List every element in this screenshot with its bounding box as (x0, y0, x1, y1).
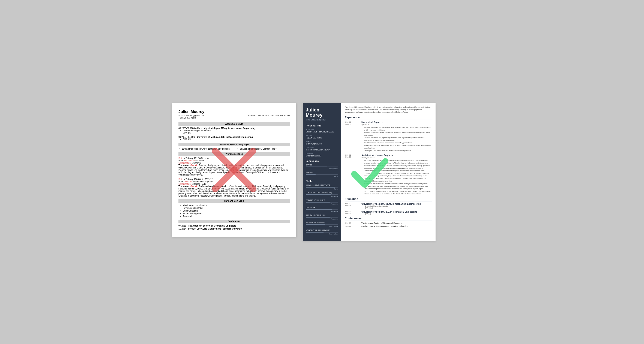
edu-period-1: 09.2006-06.2008 (178, 127, 195, 129)
skills-list-right: Spanish (intermediate), German (basic) (240, 148, 290, 150)
edu-item-2: 09.2002-06.2006 – University of Michigan… (178, 136, 290, 141)
edu-bullet-2-1: GPA 3,5 (183, 138, 290, 141)
skill-cad-bg (306, 194, 338, 195)
hard-skill-4: Project Management (183, 212, 290, 215)
exp-b2-6: Engaged in document research, investigat… (364, 190, 432, 195)
right-name: Julien Mourey (306, 107, 338, 118)
edu-detail-2-1: • GPA 3.5 (364, 213, 432, 215)
left-tel: Tel: 654-258-4689 (178, 117, 205, 119)
phone-label: Phone (306, 135, 338, 137)
work-scope-2: The scope of work: Performed condition e… (178, 185, 290, 197)
lang-spanish-bar-bg (306, 167, 338, 167)
skill-1: 3D cad modeling software, computer-aided… (182, 148, 232, 150)
edu-detail-1-1: • Graduated Magna Cum Laude (364, 205, 432, 207)
edu-bullet-1-2: GPA 3,6 (183, 132, 290, 134)
resume-main-content: Experienced Mechanical Engineer with 5+ … (341, 103, 436, 241)
left-contact-right: Address: 1639 Pearl St Nashville, TN, 37… (248, 114, 290, 119)
skill-3dcad-bg (306, 187, 338, 188)
edu-title-2: 09.2002-06.2006 – University of Michigan… (178, 136, 290, 138)
twitter-label: Twitter (306, 153, 338, 155)
edu-date-2: 2002-09 -2006-06 (345, 211, 360, 215)
academic-section-title: Academic Details (178, 122, 290, 126)
twitter-value: twitter.com/JulienM (306, 155, 338, 157)
email-value: julien.m@gmail.com (306, 143, 338, 145)
exp-b2-5: Analyzed inspection data to identify tre… (364, 185, 432, 190)
exp-company-1: Bystronic (362, 123, 432, 126)
skills-section: 3D cad modeling software, computer-aided… (178, 148, 290, 150)
skill-teamwork-name: TEAMWORK (306, 207, 338, 209)
work-org-1: Organization: Bystronic (178, 162, 290, 164)
email-label: E-mail (306, 141, 338, 143)
skill-mc-level: Intermediate (306, 233, 338, 235)
lang-german-level: Basic (306, 175, 338, 177)
exp-b1-4: Established and reinforced maintenance a… (364, 142, 432, 144)
skill-pm-fill (306, 202, 330, 203)
skill-cad-fill (306, 194, 331, 195)
exp-b1-2: Met with clients to oversee installation… (364, 131, 432, 137)
address-value: 1839 Pearl St, Nashville, TN 37203 (306, 131, 338, 133)
work-item-2: Date of Joining: 2009-01 to 2012-12 Post… (178, 178, 290, 197)
left-name: Julien Mourey (178, 110, 290, 114)
conf-right-body-1: The American Society of Mechanical Engin… (362, 222, 402, 224)
skill-2: Spanish (intermediate), German (basic) (240, 148, 290, 150)
skill-mc-fill (306, 232, 324, 233)
skill-re-name: REVERSE ENGINEERING (306, 222, 338, 224)
skill-pm-level: Advanced (306, 203, 338, 205)
skill-mc-name: MAINTENANCE COORDINATION (306, 229, 338, 231)
skill-pm: PROJECT MANAGEMENT Advanced (306, 199, 338, 205)
skill-3dcad-fill (306, 187, 335, 188)
exp-bullets-1: Planned, designed, and developed tools, … (364, 126, 432, 152)
hard-skill-2: Reverse engineering (183, 207, 290, 209)
lang-spanish-level: Intermediate (306, 168, 338, 170)
work-post-1: Post: Mechanical Engineer (178, 159, 290, 162)
exp-b1-3: Planned workforce use, space requirement… (364, 137, 432, 142)
exp-b2-2: Conducted field inspections to identify … (364, 167, 432, 177)
skill-cad-level: Advanced (306, 195, 338, 197)
work-date-2: Date of Joining: 2009-01 to 2012-12 (178, 178, 290, 180)
exp-b2-1: Performed condition assessments of mecha… (364, 159, 432, 167)
work-date-1: Date of Joining: 2012-03 to now (178, 157, 290, 159)
lang-spanish-name: SPANISH (306, 164, 338, 166)
work-section-title: Work Experience (178, 152, 290, 156)
conf-right-1: 2016-07 The American Society of Mechanic… (345, 222, 432, 224)
exp-bullets-2: Performed condition assessments of mecha… (364, 159, 432, 195)
exp-body-2: Assistant Mechanical Engineer Michigan P… (362, 154, 432, 195)
skills-section-title: Technical Skills & Languages (178, 143, 290, 146)
hard-skill-3: Communication (183, 210, 290, 212)
skills-sidebar-title: Skills (306, 180, 338, 182)
work-scope-1: The scope of work: Planned, designed, an… (178, 164, 290, 176)
skill-pm-name: PROJECT MANAGEMENT (306, 199, 338, 201)
skill-re: REVERSE ENGINEERING Intermediate (306, 222, 338, 227)
edu-school-1: University of Michigan, MEng. in Mechani… (197, 127, 255, 129)
resume-sidebar: Julien Mourey Mechanical Engineer Person… (303, 103, 341, 241)
conf-right-2: 2014-11 Product Life-Cycle Management - … (345, 225, 432, 227)
edu-right-2: 2002-09 -2006-06 University of Michigan,… (345, 211, 432, 215)
lang-german-bar-bg (306, 174, 338, 175)
edu-period-2: 09.2002-06.2006 (178, 136, 195, 138)
resume-right: Julien Mourey Mechanical Engineer Person… (303, 103, 436, 241)
linkedin-label: LinkedIn (306, 147, 338, 149)
edu-degree-1: University of Michigan, MEng. in Mechani… (362, 203, 432, 205)
edu-body-1: University of Michigan, MEng. in Mechani… (362, 203, 432, 209)
phone-value: +1 (654) 259-46896 (306, 137, 338, 139)
resume-left: Julien Mourey E-Mail: julien.m@gmail.com… (172, 103, 296, 237)
skill-pm-bg (306, 202, 338, 203)
linkedin-value: linkedin.com/in/Julien.Mourey (306, 149, 338, 151)
right-title: Mechanical Engineer (306, 119, 338, 121)
lang-spanish: SPANISH Intermediate (306, 164, 338, 170)
work-item-1: Date of Joining: 2012-03 to now Post: Me… (178, 157, 290, 176)
hard-skills-list: Maintenance coordination Reverse enginee… (183, 204, 290, 218)
skill-teamwork-fill (306, 209, 332, 210)
experience-title: Experience (345, 116, 432, 120)
skill-cad: COMPUTER-AIDED DESIGN (CAD) Advanced (306, 192, 338, 197)
skill-3dcad-name: 3D CAD MODELING SOFTWARE (306, 184, 338, 186)
exp-b2-3: Collected and captured additional asset … (364, 177, 432, 182)
conf-text-1: The American Society of Mechanical Engin… (188, 225, 236, 227)
conf-item-1: 07.2016 - The American Society of Mechan… (178, 225, 290, 227)
skill-re-fill (306, 224, 325, 225)
exp-jobtitle-1: Mechanical Engineer (362, 121, 432, 123)
left-header: Julien Mourey E-Mail: julien.m@gmail.com… (178, 110, 290, 119)
exp-b1-1: Planned, designed, and developed tools, … (364, 126, 432, 131)
skill-comm-name: COMMUNICATION SKILLS (306, 214, 338, 216)
edu-bullet-1-1: Graduated Magna cum Laude (183, 129, 290, 132)
